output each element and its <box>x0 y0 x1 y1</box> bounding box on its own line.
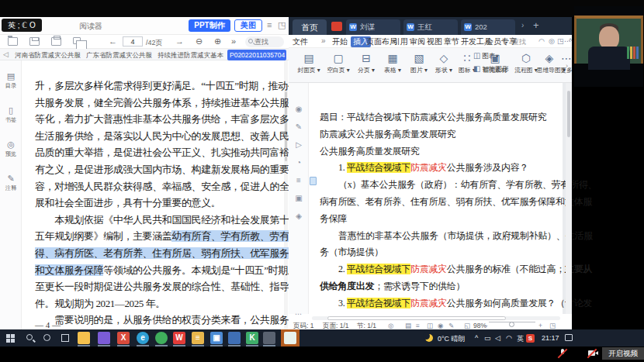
prev-page-icon[interactable]: ← <box>109 36 117 46</box>
taskbar-app-blue-app[interactable] <box>228 332 241 344</box>
chevron-left-icon[interactable]: ◁ <box>3 50 9 58</box>
menu-icon[interactable]: ≡ <box>267 20 272 29</box>
ribbon-button-封面页[interactable]: ▤封面页 ▾ <box>295 50 323 80</box>
cortana-icon[interactable] <box>43 334 50 341</box>
ime-status-bar[interactable]: 英 ; ℂ O <box>2 19 42 32</box>
taskbar-app-purple-app[interactable] <box>98 332 110 344</box>
webcam-video[interactable] <box>574 6 643 87</box>
outline-view-icon[interactable]: ≡ <box>416 322 420 329</box>
taskbar-search-icon[interactable] <box>26 334 33 340</box>
copy-icon[interactable] <box>73 37 81 44</box>
more-tools-icon[interactable]: » <box>231 36 236 46</box>
task-view-icon[interactable] <box>61 334 69 342</box>
laptop-icon[interactable]: ▭ <box>484 334 491 342</box>
zoom-plus-icon[interactable]: + <box>538 322 542 329</box>
expand-icon[interactable]: ◳ <box>278 20 286 30</box>
taskbar-app-file-explorer[interactable] <box>78 332 90 344</box>
meitu-button[interactable]: 美图 <box>234 19 262 32</box>
export-icon[interactable]: ◳ <box>557 37 564 45</box>
open-file-icon[interactable] <box>8 37 18 46</box>
menu-tab-审阅[interactable]: 审阅 <box>410 36 425 47</box>
ribbon-button-分页[interactable]: ⊟分页 ▾ <box>352 50 380 80</box>
start-button[interactable] <box>6 334 15 343</box>
taskbar-app-archive-app[interactable]: ≡ <box>192 332 204 344</box>
page-number-input[interactable] <box>123 36 143 47</box>
taskbar-app-gray-app[interactable] <box>263 332 275 344</box>
sidebar-item-目录[interactable]: ▤目录 <box>0 71 22 90</box>
wps-scrollbar-thumb[interactable] <box>567 91 570 137</box>
weather-moon-icon[interactable] <box>425 334 433 342</box>
side-tool-icon[interactable]: ◈ <box>289 212 309 220</box>
web-view-icon[interactable]: ◫ <box>427 322 433 329</box>
ribbon-button-空白页[interactable]: ▢空白页 ▾ <box>324 50 352 80</box>
wps-doc-tab[interactable]: W王红 <box>403 19 458 35</box>
tab-scroll-right-icon[interactable]: › <box>521 21 524 29</box>
pdf-doc-tab-icon[interactable] <box>331 22 342 31</box>
zoom-minus-icon[interactable]: − <box>484 322 488 329</box>
camera-muted-icon[interactable] <box>587 348 598 359</box>
sogou-ime-icon[interactable]: S <box>526 334 535 343</box>
ribbon-button-图片[interactable]: ▧图片 ▾ <box>405 50 433 80</box>
taskbar-app-wps-office[interactable]: W <box>173 332 185 344</box>
pdf-document-page[interactable]: 升，多层次多样化需求得到更好满足。“十四五”时期，推动公共服务发展，健全完善公共… <box>22 60 289 329</box>
taskbar-app-green-app[interactable] <box>155 332 168 344</box>
network-icon[interactable]: ◠ <box>506 334 512 342</box>
share-icon[interactable]: ◎ <box>549 37 555 45</box>
new-tab-button[interactable]: + <box>533 19 539 31</box>
notification-center-icon[interactable] <box>565 334 573 341</box>
side-tool-icon[interactable]: ✎ <box>289 122 309 131</box>
microphone-muted-icon[interactable] <box>557 348 569 359</box>
ribbon-button-表格[interactable]: ▦表格 ▾ <box>379 50 407 80</box>
side-tool-icon[interactable]: ≡ <box>289 176 309 184</box>
menu-tab-章节[interactable]: 章节 <box>444 36 459 47</box>
weather-label[interactable]: 0°C 晴朗 <box>438 334 466 344</box>
zoom-slider-knob[interactable] <box>509 322 514 327</box>
taskbar-app-photos-app[interactable]: ▣ <box>210 332 223 344</box>
eye-protect-icon[interactable]: ◎ <box>388 322 393 329</box>
wps-horizontal-scrollbar[interactable] <box>312 315 560 322</box>
save-icon[interactable] <box>29 37 40 46</box>
ppt-make-button[interactable]: PPT制作 <box>189 19 230 32</box>
ribbon-button-稻壳素材[interactable]: ▣稻壳素材 <box>481 50 509 80</box>
menu-overflow-icon[interactable]: » <box>321 36 326 45</box>
speaker-icon[interactable]: ◁ <box>495 334 500 342</box>
sidebar-item-书签[interactable]: ▯书签 <box>0 105 22 124</box>
side-tool-icon[interactable]: ▷ <box>289 140 309 149</box>
print-layout-icon[interactable]: ▤ <box>405 322 411 329</box>
menu-tab-视图[interactable]: 视图 <box>427 36 442 47</box>
taskbar-app-edge-browser[interactable]: e <box>137 332 149 344</box>
wps-document-page[interactable]: 题目：平战结合视域下防震减灾公共服务高质量发展研究防震减灾公共服务高质量发展研究… <box>309 83 563 314</box>
pdf-tab[interactable]: 持续推进防震减灾基本公共× <box>155 50 223 60</box>
smart-tag-icon[interactable] <box>310 177 317 185</box>
menu-tab-会员专享[interactable]: 会员专享 <box>486 36 517 47</box>
wps-home-tab[interactable]: 首页 <box>293 19 327 35</box>
wps-doc-tab[interactable]: W刘谋 <box>346 19 400 35</box>
ime-mode-label[interactable]: 英 <box>517 334 524 344</box>
taskbar-app-map-app[interactable]: K <box>246 332 258 344</box>
file-menu[interactable]: 文件 <box>293 36 308 47</box>
sidebar-item-注释[interactable]: ✎注释 <box>0 174 22 192</box>
side-tool-icon[interactable]: ◉ <box>289 105 309 113</box>
zoom-out-icon[interactable]: ⊖ <box>196 36 203 47</box>
fullscreen-icon[interactable]: ◳ <box>549 322 556 329</box>
collapse-ribbon-icon[interactable]: ^ <box>569 37 572 45</box>
pen-mode-icon[interactable]: ✎ <box>448 322 454 329</box>
side-tool-icon[interactable]: ◔ <box>289 158 309 167</box>
zoom-in-icon[interactable]: ⊕ <box>214 36 221 47</box>
focus-mode-icon[interactable]: ◉ <box>438 322 443 329</box>
print-icon[interactable] <box>51 37 61 46</box>
menu-tab-引用[interactable]: 引用 <box>393 36 408 47</box>
fit-page-icon[interactable]: ◱ <box>464 322 470 329</box>
clock[interactable]: 21:17 <box>542 334 559 342</box>
side-tool-icon[interactable]: ▣ <box>289 194 309 202</box>
side-toolbar-more-icon[interactable]: ⋯ <box>289 310 309 318</box>
hscroll-thumb[interactable] <box>327 316 506 320</box>
taskbar-app-xmind-app[interactable]: X <box>117 332 130 344</box>
start-video-button[interactable]: 开启视频 <box>602 347 644 360</box>
pdf-tab[interactable]: 广东省防震减灾公共服务体× <box>84 50 152 60</box>
sidebar-item-预览[interactable]: ◎预览 <box>0 140 22 158</box>
menu-tab-开始[interactable]: 开始 <box>332 36 348 47</box>
cloud-sync-icon[interactable]: ◠ <box>538 37 545 45</box>
pdf-tab[interactable]: P02022011035704 <box>227 50 286 60</box>
tray-chevron-icon[interactable]: ^ <box>475 334 478 342</box>
